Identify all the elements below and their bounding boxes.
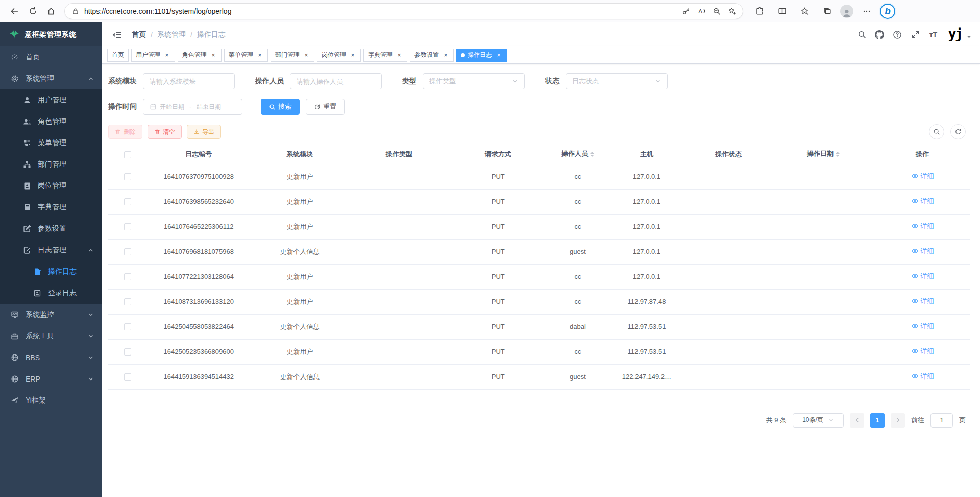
row-checkbox[interactable] [124,248,131,255]
tab-close-icon[interactable]: × [210,52,217,59]
yj-brand-logo[interactable]: yj [948,26,962,41]
detail-link[interactable]: 详细 [911,372,934,381]
back-icon[interactable] [5,3,23,20]
more-options-icon[interactable] [857,3,876,20]
sidebar-item-dict-management[interactable]: 字典管理 [0,197,102,218]
row-checkbox[interactable] [124,348,131,356]
sort-carets-icon[interactable] [836,150,840,159]
type-filter-select[interactable]: 操作类型 [423,73,525,89]
home-icon[interactable] [42,3,60,20]
github-icon[interactable] [872,28,887,42]
tab-close-icon[interactable]: × [163,52,170,59]
tab-user-management[interactable]: 用户管理× [131,49,175,62]
tab-dept-management[interactable]: 部门管理× [271,49,314,62]
refresh-table-button[interactable] [950,124,966,139]
toggle-search-button[interactable] [929,124,944,139]
export-button[interactable]: 导出 [187,125,221,139]
sidebar-fold-icon[interactable] [110,28,124,41]
date-range-picker[interactable]: 开始日期 - 结束日期 [143,99,242,115]
detail-link[interactable]: 详细 [911,322,934,331]
refresh-icon[interactable] [23,3,42,20]
favorites-bar-icon[interactable] [795,3,814,20]
sidebar-item-login-log[interactable]: 登录日志 [0,282,102,304]
tab-close-icon[interactable]: × [495,52,502,59]
bing-icon[interactable]: b [880,4,895,19]
sidebar-item-log-management[interactable]: 日志管理 [0,240,102,261]
row-checkbox[interactable] [124,223,131,230]
prev-page-button[interactable] [850,413,864,428]
status-filter-select[interactable]: 日志状态 [566,73,668,89]
module-filter-input[interactable] [143,73,235,89]
chevron-down-icon[interactable] [966,34,972,40]
help-icon[interactable] [890,28,904,42]
split-screen-icon[interactable] [773,3,791,20]
column-header-date[interactable]: 操作日期 [772,145,875,164]
tab-close-icon[interactable]: × [256,52,263,59]
text-size-icon[interactable]: тT [926,28,940,42]
sidebar-item-home[interactable]: 首页 [0,46,102,68]
delete-button[interactable]: 删除 [108,125,142,139]
row-checkbox[interactable] [124,173,131,180]
breadcrumb-item[interactable]: 首页 [132,30,146,39]
url-text[interactable]: https://ccnetcore.com:1101/system/log/op… [84,7,678,15]
search-icon[interactable] [854,28,869,42]
sidebar-item-post-management[interactable]: 岗位管理 [0,175,102,197]
sidebar-item-system-tools[interactable]: 系统工具 [0,325,102,347]
clear-button[interactable]: 清空 [148,125,182,139]
tab-operation-log[interactable]: 操作日志× [456,49,507,62]
tab-param-settings[interactable]: 参数设置× [410,49,454,62]
fullscreen-icon[interactable] [908,28,922,42]
reset-button[interactable]: 重置 [306,99,345,115]
sidebar-item-dept-management[interactable]: 部门管理 [0,154,102,175]
end-date-placeholder[interactable]: 结束日期 [197,103,221,111]
row-checkbox[interactable] [124,198,131,205]
row-checkbox[interactable] [124,373,131,381]
column-header-operator[interactable]: 操作人员 [548,145,608,164]
sidebar-item-menu-management[interactable]: 菜单管理 [0,132,102,154]
tab-post-management[interactable]: 岗位管理× [317,49,361,62]
zoom-out-icon[interactable] [709,4,724,18]
page-number-1[interactable]: 1 [870,413,885,428]
search-button[interactable]: 搜索 [261,99,300,115]
row-checkbox[interactable] [124,323,131,330]
header-select-all[interactable] [108,145,147,164]
detail-link[interactable]: 详细 [911,272,934,281]
row-checkbox[interactable] [124,273,131,280]
sidebar-item-erp[interactable]: ERP [0,368,102,390]
next-page-button[interactable] [891,413,905,428]
detail-link[interactable]: 详细 [911,297,934,306]
page-size-select[interactable]: 10条/页 [793,413,844,428]
sidebar-item-system-management[interactable]: 系统管理 [0,68,102,89]
sidebar-item-param-settings[interactable]: 参数设置 [0,218,102,240]
detail-link[interactable]: 详细 [911,172,934,181]
sidebar-item-role-management[interactable]: 角色管理 [0,111,102,132]
sort-carets-icon[interactable] [590,150,594,159]
row-checkbox[interactable] [124,298,131,305]
key-icon[interactable] [678,4,694,18]
tab-close-icon[interactable]: × [303,52,310,59]
detail-link[interactable]: 详细 [911,347,934,356]
tab-dict-management[interactable]: 字典管理× [363,49,407,62]
sidebar-item-operation-log[interactable]: 操作日志 [0,261,102,282]
sidebar-item-system-monitor[interactable]: 系统监控 [0,304,102,325]
sidebar-item-user-management[interactable]: 用户管理 [0,89,102,111]
app-logo[interactable]: 意框架管理系统 [0,22,102,46]
detail-link[interactable]: 详细 [911,197,934,206]
start-date-placeholder[interactable]: 开始日期 [160,103,184,111]
select-all-checkbox[interactable] [124,151,131,158]
tab-role-management[interactable]: 角色管理× [178,49,222,62]
collections-icon[interactable] [818,3,836,20]
tab-close-icon[interactable]: × [396,52,403,59]
tab-close-icon[interactable]: × [442,52,449,59]
read-aloud-icon[interactable]: A [694,4,709,18]
sidebar-item-bbs[interactable]: BBS [0,347,102,368]
profile-avatar[interactable] [840,5,853,18]
extensions-icon[interactable] [750,3,769,20]
operator-filter-input[interactable] [290,73,382,89]
tab-close-icon[interactable]: × [349,52,356,59]
sidebar-item-yi-framework[interactable]: Yi框架 [0,390,102,411]
address-bar[interactable]: https://ccnetcore.com:1101/system/log/op… [64,3,743,19]
goto-page-input[interactable] [930,413,953,428]
tab-home[interactable]: 首页 [107,49,129,62]
detail-link[interactable]: 详细 [911,247,934,256]
